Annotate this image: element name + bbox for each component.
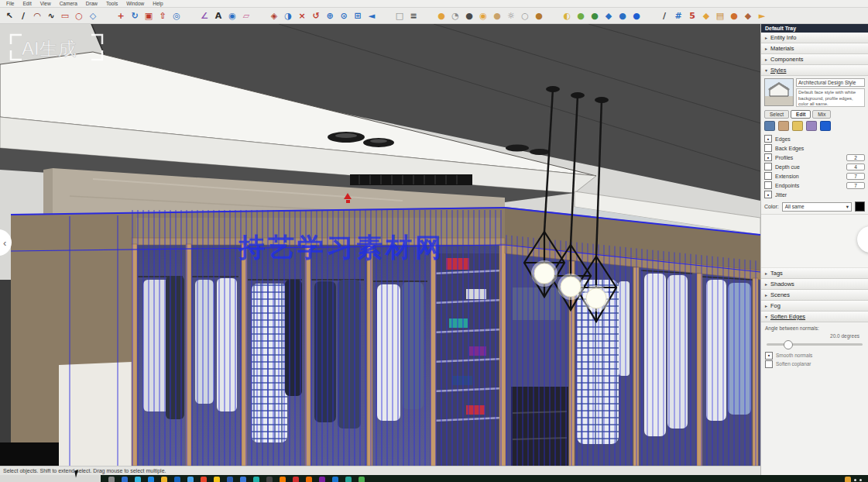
taskbar-app-icon[interactable] bbox=[306, 477, 312, 482]
styles-tab[interactable]: Edit bbox=[791, 110, 811, 119]
checkbox[interactable] bbox=[764, 163, 772, 170]
toolbar-icon[interactable]: ▣ bbox=[142, 9, 156, 22]
tray-title[interactable]: Default Tray bbox=[761, 24, 868, 33]
taskbar-app-icon[interactable] bbox=[240, 477, 246, 482]
slider-thumb[interactable] bbox=[784, 340, 793, 349]
toolbar-icon[interactable]: ↻ bbox=[128, 9, 142, 22]
toolbar-icon[interactable] bbox=[253, 9, 267, 22]
toolbar-icon[interactable]: ● bbox=[490, 9, 504, 22]
toolbar-icon[interactable]: ● bbox=[434, 9, 448, 22]
toolbar-icon[interactable] bbox=[100, 9, 114, 22]
toolbar-icon[interactable]: ∿ bbox=[44, 9, 58, 22]
styles-tab[interactable]: Mix bbox=[812, 110, 831, 119]
taskbar-app-icon[interactable] bbox=[135, 477, 141, 482]
menu-item[interactable]: Camera bbox=[60, 1, 77, 6]
toolbar-icon[interactable]: ◑ bbox=[281, 9, 295, 22]
toolbar-icon[interactable]: ◎ bbox=[170, 9, 184, 22]
checkbox[interactable] bbox=[765, 360, 773, 368]
toolbar-icon[interactable]: × bbox=[295, 9, 309, 22]
toolbar-icon[interactable]: ◄ bbox=[365, 9, 379, 22]
checkbox[interactable]: ▪ bbox=[764, 153, 772, 161]
edge-color-swatch[interactable] bbox=[855, 201, 865, 212]
edge-color-dropdown[interactable]: All same ▾ bbox=[782, 202, 852, 212]
taskbar-app-icon[interactable] bbox=[253, 477, 259, 482]
toolbar-icon[interactable]: ↺ bbox=[309, 9, 323, 22]
toolbar-icon[interactable]: ● bbox=[462, 9, 476, 22]
taskbar-app-icon[interactable] bbox=[293, 477, 299, 482]
style-edit-icon[interactable] bbox=[778, 121, 789, 131]
taskbar-app-icon[interactable] bbox=[332, 477, 338, 482]
toolbar-icon[interactable] bbox=[643, 9, 657, 22]
menu-item[interactable]: Tools bbox=[106, 1, 118, 6]
toolbar-icon[interactable]: ● bbox=[727, 9, 741, 22]
edge-setting-value-field[interactable]: 2 bbox=[846, 154, 865, 161]
tray-section-header[interactable]: ▸ Materials bbox=[761, 43, 868, 54]
checkbox[interactable] bbox=[764, 172, 772, 180]
toolbar-icon[interactable]: A bbox=[211, 9, 225, 22]
menu-item[interactable]: View bbox=[40, 1, 51, 6]
style-description-field[interactable]: Default face style with white background… bbox=[796, 88, 865, 107]
taskbar-app-icon[interactable] bbox=[161, 477, 167, 482]
toolbar-icon[interactable]: ◇ bbox=[86, 9, 100, 22]
toolbar-icon[interactable]: ◠ bbox=[30, 9, 44, 22]
toolbar-icon[interactable]: / bbox=[657, 9, 671, 22]
toolbar-icon[interactable]: ● bbox=[616, 9, 630, 22]
toolbar-icon[interactable]: ● bbox=[532, 9, 546, 22]
toolbar-icon[interactable] bbox=[379, 9, 393, 22]
toolbar-icon[interactable]: / bbox=[16, 9, 30, 22]
toolbar-icon[interactable] bbox=[546, 9, 560, 22]
style-thumbnail[interactable] bbox=[764, 78, 794, 106]
toolbar-icon[interactable]: ▤ bbox=[713, 9, 727, 22]
toolbar-icon[interactable]: ● bbox=[574, 9, 588, 22]
toolbar-icon[interactable]: ☼ bbox=[504, 9, 518, 22]
taskbar-app-icon[interactable] bbox=[266, 477, 273, 482]
taskbar-app-icon[interactable] bbox=[345, 477, 352, 482]
toolbar-icon[interactable]: ⊕ bbox=[323, 9, 337, 22]
taskbar-app-icon[interactable] bbox=[122, 477, 128, 482]
taskbar-app-icon[interactable] bbox=[201, 477, 207, 482]
edge-setting-value-field[interactable]: 4 bbox=[846, 164, 865, 170]
toolbar-icon[interactable]: ◐ bbox=[560, 9, 574, 22]
checkbox[interactable] bbox=[764, 144, 772, 152]
edge-setting-value-field[interactable]: 7 bbox=[846, 182, 865, 189]
edge-setting-value-field[interactable]: 7 bbox=[846, 173, 865, 180]
toolbar-icon[interactable]: ○ bbox=[72, 9, 86, 22]
tray-section-header[interactable]: ▸ Entity Info bbox=[761, 33, 868, 43]
toolbar-icon[interactable]: ○ bbox=[518, 9, 532, 22]
menu-item[interactable]: Edit bbox=[22, 1, 31, 6]
angle-slider[interactable] bbox=[767, 343, 863, 346]
toolbar-icon[interactable] bbox=[184, 9, 197, 22]
toolbar-icon[interactable]: ◉ bbox=[225, 9, 239, 22]
style-edit-icon[interactable] bbox=[806, 121, 817, 131]
menu-item[interactable]: Help bbox=[153, 1, 163, 6]
toolbar-icon[interactable]: ▱ bbox=[239, 9, 253, 22]
toolbar-icon[interactable]: ⊙ bbox=[337, 9, 351, 22]
taskbar-app-icon[interactable] bbox=[359, 477, 365, 482]
toolbar-icon[interactable]: ⊞ bbox=[351, 9, 365, 22]
toolbar-icon[interactable]: + bbox=[114, 9, 128, 22]
toolbar-icon[interactable]: ► bbox=[755, 9, 769, 22]
toolbar-icon[interactable]: ∠ bbox=[197, 9, 211, 22]
toolbar-icon[interactable]: ≡ bbox=[407, 9, 420, 22]
taskbar-app-icon[interactable] bbox=[280, 477, 286, 482]
menu-item[interactable]: Window bbox=[126, 1, 144, 6]
taskbar-app-icon[interactable] bbox=[108, 477, 115, 482]
checkbox[interactable] bbox=[764, 181, 772, 189]
toolbar-icon[interactable]: □ bbox=[393, 9, 407, 22]
style-name-field[interactable]: Architectural Design Style bbox=[796, 78, 865, 87]
tray-section-header[interactable]: ▸ Components bbox=[761, 54, 868, 65]
menu-item[interactable]: File bbox=[6, 1, 14, 6]
toolbar-icon[interactable] bbox=[420, 9, 434, 22]
tray-section-styles[interactable]: ▾ Styles bbox=[761, 65, 868, 76]
toolbar-icon[interactable]: ◈ bbox=[267, 9, 281, 22]
style-edit-icon[interactable] bbox=[792, 121, 803, 131]
3d-viewport[interactable]: 持艺学习素材网 AI生成 ‹ bbox=[0, 24, 760, 466]
style-edit-icon[interactable] bbox=[820, 121, 831, 131]
taskbar-app-icon[interactable] bbox=[174, 477, 180, 482]
toolbar-icon[interactable]: ● bbox=[630, 9, 643, 22]
menu-item[interactable]: Draw bbox=[86, 1, 98, 6]
taskbar-app-icon[interactable] bbox=[214, 477, 220, 482]
toolbar-icon[interactable]: ◆ bbox=[741, 9, 755, 22]
toolbar-icon[interactable]: ◆ bbox=[602, 9, 616, 22]
toolbar-icon[interactable]: 5 bbox=[685, 9, 699, 22]
